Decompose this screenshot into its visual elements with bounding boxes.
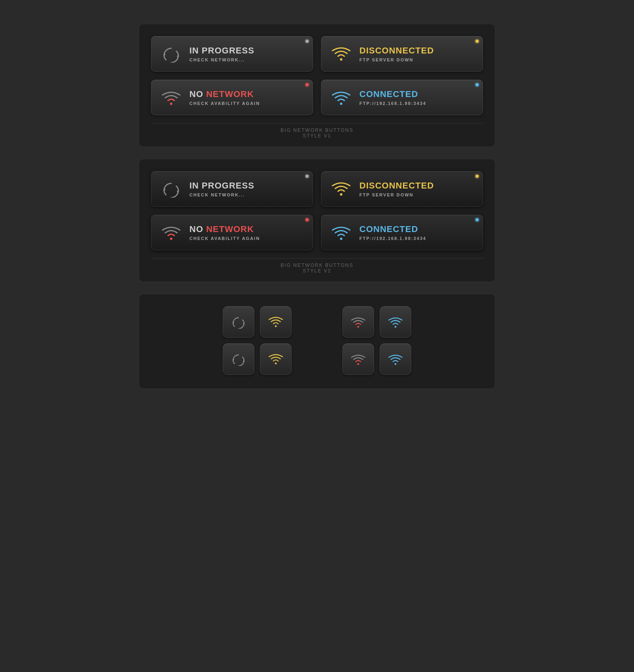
sub-label-nonetwork-v2: CHECK AVABILITY AGAIN — [189, 236, 260, 241]
small-btn-sync-1[interactable] — [223, 306, 254, 338]
svg-point-4 — [340, 103, 342, 105]
small-btn-sync-2[interactable] — [223, 343, 254, 375]
network-suffix: NETWORK — [206, 89, 254, 99]
status-dot-nonetwork-v2 — [306, 218, 309, 221]
status-dot-connected-v1 — [476, 83, 479, 86]
small-btn-wifi-yellow-2[interactable] — [260, 343, 292, 375]
button-grid-v2: IN PROGRESS CHECK NETWORK... — [151, 171, 483, 250]
section-v1: IN PROGRESS CHECK NETWORK... — [139, 24, 495, 147]
sync-icon-v1 — [159, 42, 183, 66]
status-dot-inprogress-v1 — [306, 40, 309, 43]
text-area-connected-v1: CONNECTED FTP://192.168.1.98:3434 — [359, 89, 426, 106]
sub-label-disconnected-v2: FTP SERVER DOWN — [359, 192, 434, 197]
text-area-disconnected-v1: DISCONNECTED FTP SERVER DOWN — [359, 46, 434, 62]
small-btn-wifi-yellow-1[interactable] — [260, 306, 292, 338]
wifi-yellow-icon-v2 — [329, 177, 353, 201]
sub-label-disconnected-v1: FTP SERVER DOWN — [359, 57, 434, 62]
text-area-inprogress-v2: IN PROGRESS CHECK NETWORK... — [189, 181, 254, 197]
section-label-v2: BIG NETWORK BUTTONS STYLE V2 — [151, 258, 483, 274]
small-buttons-wrapper — [151, 306, 483, 381]
text-area-inprogress-v1: IN PROGRESS CHECK NETWORK... — [189, 46, 254, 62]
dis-prefix: DIS — [359, 46, 375, 55]
svg-point-17 — [275, 362, 277, 364]
svg-point-13 — [357, 326, 359, 328]
sync-icon-v2 — [159, 177, 183, 201]
main-label-disconnected-v1: DISCONNECTED — [359, 46, 434, 56]
svg-point-8 — [170, 238, 172, 240]
main-label-nonetwork-v2: NO NETWORK — [189, 224, 260, 234]
status-dot-inprogress-v2 — [306, 175, 309, 178]
connected-suffix-v2: CONNECTED — [375, 181, 434, 190]
dis-prefix-v2: DIS — [359, 181, 375, 190]
svg-point-2 — [340, 58, 342, 61]
small-buttons-row-2 — [223, 343, 411, 375]
main-label-disconnected-v2: DISCONNECTED — [359, 181, 434, 191]
network-suffix-v2: NETWORK — [206, 224, 254, 234]
button-grid-v1: IN PROGRESS CHECK NETWORK... — [151, 36, 483, 115]
no-prefix-v2: NO — [189, 224, 206, 234]
main-label-connected-v1: CONNECTED — [359, 89, 426, 99]
svg-point-7 — [340, 193, 342, 196]
text-area-connected-v2: CONNECTED FTP://192.168.1.98:3434 — [359, 224, 426, 241]
svg-point-19 — [395, 363, 397, 365]
btn-nonetwork-v1[interactable]: NO NETWORK CHECK AVABILITY AGAIN — [151, 80, 313, 115]
status-dot-disconnected-v1 — [476, 40, 479, 43]
btn-inprogress-v1[interactable]: IN PROGRESS CHECK NETWORK... — [151, 36, 313, 72]
wifi-blue-icon-v1 — [329, 86, 353, 109]
sub-label-inprogress-v2: CHECK NETWORK... — [189, 192, 254, 197]
btn-nonetwork-v2[interactable]: NO NETWORK CHECK AVABILITY AGAIN — [151, 215, 313, 250]
wifi-red-icon-v2 — [159, 221, 183, 244]
svg-point-18 — [357, 363, 359, 365]
svg-point-12 — [275, 325, 277, 327]
small-btn-wifi-blue-1[interactable] — [380, 306, 411, 338]
wifi-red-icon-v1 — [159, 86, 183, 109]
text-area-nonetwork-v1: NO NETWORK CHECK AVABILITY AGAIN — [189, 89, 260, 106]
text-area-disconnected-v2: DISCONNECTED FTP SERVER DOWN — [359, 181, 434, 197]
section-v2: IN PROGRESS CHECK NETWORK... — [139, 159, 495, 282]
sub-label-connected-v1: FTP://192.168.1.98:3434 — [359, 101, 426, 106]
small-row-2-spacer — [297, 343, 337, 375]
main-label-connected-v2: CONNECTED — [359, 224, 426, 234]
status-dot-disconnected-v2 — [476, 175, 479, 178]
svg-point-14 — [395, 326, 397, 328]
main-label-inprogress-v2: IN PROGRESS — [189, 181, 254, 191]
wifi-blue-icon-v2 — [329, 221, 353, 244]
sub-label-inprogress-v1: CHECK NETWORK... — [189, 57, 254, 62]
status-dot-nonetwork-v1 — [306, 83, 309, 86]
main-container: IN PROGRESS CHECK NETWORK... — [139, 24, 495, 389]
small-buttons-section — [139, 294, 495, 389]
small-btn-wifi-red-2[interactable] — [342, 343, 374, 375]
sub-label-nonetwork-v1: CHECK AVABILITY AGAIN — [189, 101, 260, 106]
small-buttons-row-1 — [223, 306, 411, 338]
section-label-v1: BIG NETWORK BUTTONS STYLE V1 — [151, 123, 483, 139]
btn-disconnected-v1[interactable]: DISCONNECTED FTP SERVER DOWN — [321, 36, 483, 72]
small-btn-wifi-blue-2[interactable] — [380, 343, 411, 375]
btn-disconnected-v2[interactable]: DISCONNECTED FTP SERVER DOWN — [321, 171, 483, 207]
no-prefix: NO — [189, 89, 206, 99]
main-label-inprogress-v1: IN PROGRESS — [189, 46, 254, 56]
sub-label-connected-v2: FTP://192.168.1.98:3434 — [359, 236, 426, 241]
svg-point-9 — [340, 238, 342, 240]
svg-point-3 — [170, 103, 172, 105]
text-area-nonetwork-v2: NO NETWORK CHECK AVABILITY AGAIN — [189, 224, 260, 241]
btn-connected-v1[interactable]: CONNECTED FTP://192.168.1.98:3434 — [321, 80, 483, 115]
small-row-spacer — [297, 306, 337, 338]
main-label-nonetwork-v1: NO NETWORK — [189, 89, 260, 99]
btn-connected-v2[interactable]: CONNECTED FTP://192.168.1.98:3434 — [321, 215, 483, 250]
btn-inprogress-v2[interactable]: IN PROGRESS CHECK NETWORK... — [151, 171, 313, 207]
status-dot-connected-v2 — [476, 218, 479, 221]
wifi-yellow-icon-v1 — [329, 42, 353, 66]
connected-suffix: CONNECTED — [375, 46, 434, 55]
small-btn-wifi-red-1[interactable] — [342, 306, 374, 338]
